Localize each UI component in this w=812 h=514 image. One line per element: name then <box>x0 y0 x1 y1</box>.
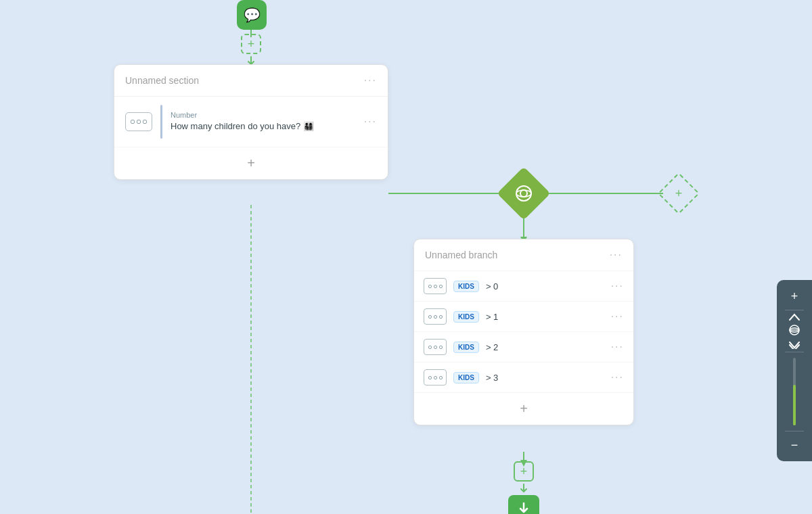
kids-badge-0: KIDS <box>453 281 479 292</box>
condition-menu-1[interactable]: ··· <box>611 310 624 323</box>
condition-menu-2[interactable]: ··· <box>611 341 624 353</box>
zoom-fill <box>793 385 796 425</box>
add-button-top[interactable]: + <box>241 34 261 54</box>
zoom-up-chevron[interactable] <box>787 312 802 323</box>
condition-operator-1: > 1 <box>486 312 604 322</box>
kids-badge-2: KIDS <box>453 342 479 353</box>
zoom-track <box>793 358 796 425</box>
condition-icon-2 <box>424 339 447 355</box>
arrow-down-bottom <box>518 483 529 496</box>
condition-row-2: KIDS > 2 ··· <box>414 332 633 363</box>
zoom-divider-bottom <box>785 352 804 352</box>
zoom-out-button[interactable]: − <box>782 433 807 457</box>
question-left-bar <box>160 105 162 139</box>
diamond-node[interactable] <box>497 166 550 220</box>
condition-menu-0[interactable]: ··· <box>611 280 624 292</box>
end-node <box>508 495 539 514</box>
section-title: Unnamed section <box>125 75 199 86</box>
branch-title: Unnamed branch <box>425 250 497 260</box>
zoom-down-chevron[interactable] <box>787 340 802 350</box>
kids-badge-3: KIDS <box>453 372 479 383</box>
condition-menu-3[interactable]: ··· <box>611 371 624 383</box>
section-add-icon: + <box>247 156 255 171</box>
chat-node: 💬 <box>237 0 267 30</box>
condition-operator-0: > 0 <box>486 281 604 291</box>
section-header: Unnamed section ··· <box>114 65 388 97</box>
branch-add-icon: + <box>520 401 528 417</box>
zoom-in-button[interactable]: + <box>782 284 807 308</box>
section-menu-button[interactable]: ··· <box>364 74 377 87</box>
condition-operator-3: > 3 <box>486 373 604 383</box>
question-content: Number How many children do you have? 👨‍… <box>171 111 356 133</box>
zoom-divider-top <box>785 310 804 310</box>
svg-point-11 <box>516 190 531 197</box>
branch-header: Unnamed branch ··· <box>414 239 633 271</box>
zoom-center-icon[interactable] <box>788 323 800 340</box>
kids-badge-1: KIDS <box>453 311 479 323</box>
branch-add-row[interactable]: + <box>414 393 633 425</box>
question-row: Number How many children do you have? 👨‍… <box>114 97 388 147</box>
add-icon-after-branch: + <box>520 465 528 479</box>
branch-card: Unnamed branch ··· KIDS > 0 ··· KIDS > 1… <box>413 239 634 425</box>
condition-icon-1 <box>424 308 447 325</box>
question-icon-box <box>125 112 152 131</box>
question-menu-button[interactable]: ··· <box>364 116 377 128</box>
zoom-panel: + − <box>777 280 812 461</box>
condition-row-1: KIDS > 1 ··· <box>414 302 633 332</box>
question-text: How many children do you have? 👨‍👩‍👧‍👦 <box>171 120 356 133</box>
section-card: Unnamed section ··· Number How many chil… <box>114 64 388 180</box>
condition-row-3: KIDS > 3 ··· <box>414 363 633 393</box>
condition-operator-2: > 2 <box>486 342 604 352</box>
add-branch-icon: + <box>675 187 683 201</box>
svg-point-9 <box>516 186 531 201</box>
question-type: Number <box>171 111 356 119</box>
chat-icon: 💬 <box>244 7 261 23</box>
zoom-divider-last <box>785 431 804 431</box>
branch-menu-button[interactable]: ··· <box>610 249 623 261</box>
svg-point-10 <box>520 190 527 197</box>
add-button-after-branch[interactable]: + <box>514 461 534 482</box>
condition-icon-3 <box>424 369 447 386</box>
condition-row-0: KIDS > 0 ··· <box>414 271 633 302</box>
section-add-row[interactable]: + <box>114 147 388 179</box>
condition-icon-0 <box>424 278 447 294</box>
add-branch-diamond[interactable]: + <box>658 172 700 214</box>
